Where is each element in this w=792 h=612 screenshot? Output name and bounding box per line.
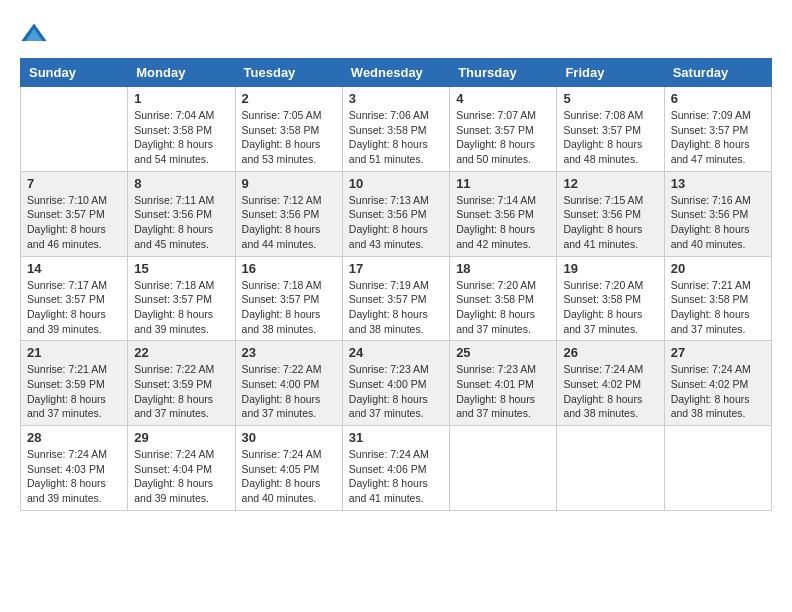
day-number: 19	[563, 261, 657, 276]
calendar-cell: 3Sunrise: 7:06 AMSunset: 3:58 PMDaylight…	[342, 87, 449, 172]
day-number: 27	[671, 345, 765, 360]
day-number: 5	[563, 91, 657, 106]
calendar-header-row: SundayMondayTuesdayWednesdayThursdayFrid…	[21, 59, 772, 87]
logo-icon	[20, 20, 48, 48]
weekday-header: Sunday	[21, 59, 128, 87]
day-info: Sunrise: 7:19 AMSunset: 3:57 PMDaylight:…	[349, 278, 443, 337]
calendar-cell: 7Sunrise: 7:10 AMSunset: 3:57 PMDaylight…	[21, 171, 128, 256]
calendar-cell: 15Sunrise: 7:18 AMSunset: 3:57 PMDayligh…	[128, 256, 235, 341]
calendar-cell: 20Sunrise: 7:21 AMSunset: 3:58 PMDayligh…	[664, 256, 771, 341]
day-number: 20	[671, 261, 765, 276]
day-number: 11	[456, 176, 550, 191]
day-number: 28	[27, 430, 121, 445]
day-info: Sunrise: 7:22 AMSunset: 4:00 PMDaylight:…	[242, 362, 336, 421]
calendar-cell: 4Sunrise: 7:07 AMSunset: 3:57 PMDaylight…	[450, 87, 557, 172]
calendar-cell: 10Sunrise: 7:13 AMSunset: 3:56 PMDayligh…	[342, 171, 449, 256]
weekday-header: Tuesday	[235, 59, 342, 87]
day-number: 4	[456, 91, 550, 106]
calendar-week-row: 1Sunrise: 7:04 AMSunset: 3:58 PMDaylight…	[21, 87, 772, 172]
day-info: Sunrise: 7:23 AMSunset: 4:00 PMDaylight:…	[349, 362, 443, 421]
calendar-cell: 17Sunrise: 7:19 AMSunset: 3:57 PMDayligh…	[342, 256, 449, 341]
day-info: Sunrise: 7:24 AMSunset: 4:02 PMDaylight:…	[671, 362, 765, 421]
day-number: 25	[456, 345, 550, 360]
day-info: Sunrise: 7:24 AMSunset: 4:05 PMDaylight:…	[242, 447, 336, 506]
day-number: 31	[349, 430, 443, 445]
day-number: 13	[671, 176, 765, 191]
calendar-week-row: 14Sunrise: 7:17 AMSunset: 3:57 PMDayligh…	[21, 256, 772, 341]
calendar-cell: 24Sunrise: 7:23 AMSunset: 4:00 PMDayligh…	[342, 341, 449, 426]
day-info: Sunrise: 7:22 AMSunset: 3:59 PMDaylight:…	[134, 362, 228, 421]
day-number: 21	[27, 345, 121, 360]
calendar-cell: 11Sunrise: 7:14 AMSunset: 3:56 PMDayligh…	[450, 171, 557, 256]
calendar-cell: 28Sunrise: 7:24 AMSunset: 4:03 PMDayligh…	[21, 426, 128, 511]
day-number: 14	[27, 261, 121, 276]
day-number: 30	[242, 430, 336, 445]
calendar-cell: 13Sunrise: 7:16 AMSunset: 3:56 PMDayligh…	[664, 171, 771, 256]
calendar-cell: 22Sunrise: 7:22 AMSunset: 3:59 PMDayligh…	[128, 341, 235, 426]
calendar-cell: 21Sunrise: 7:21 AMSunset: 3:59 PMDayligh…	[21, 341, 128, 426]
day-number: 24	[349, 345, 443, 360]
calendar-cell: 1Sunrise: 7:04 AMSunset: 3:58 PMDaylight…	[128, 87, 235, 172]
day-number: 9	[242, 176, 336, 191]
day-info: Sunrise: 7:12 AMSunset: 3:56 PMDaylight:…	[242, 193, 336, 252]
day-number: 16	[242, 261, 336, 276]
calendar-cell: 30Sunrise: 7:24 AMSunset: 4:05 PMDayligh…	[235, 426, 342, 511]
day-number: 3	[349, 91, 443, 106]
day-info: Sunrise: 7:08 AMSunset: 3:57 PMDaylight:…	[563, 108, 657, 167]
day-info: Sunrise: 7:15 AMSunset: 3:56 PMDaylight:…	[563, 193, 657, 252]
day-number: 17	[349, 261, 443, 276]
day-info: Sunrise: 7:23 AMSunset: 4:01 PMDaylight:…	[456, 362, 550, 421]
page-header	[20, 20, 772, 48]
calendar-week-row: 28Sunrise: 7:24 AMSunset: 4:03 PMDayligh…	[21, 426, 772, 511]
day-info: Sunrise: 7:10 AMSunset: 3:57 PMDaylight:…	[27, 193, 121, 252]
calendar-cell: 8Sunrise: 7:11 AMSunset: 3:56 PMDaylight…	[128, 171, 235, 256]
weekday-header: Monday	[128, 59, 235, 87]
calendar-cell: 18Sunrise: 7:20 AMSunset: 3:58 PMDayligh…	[450, 256, 557, 341]
day-info: Sunrise: 7:13 AMSunset: 3:56 PMDaylight:…	[349, 193, 443, 252]
day-info: Sunrise: 7:20 AMSunset: 3:58 PMDaylight:…	[456, 278, 550, 337]
day-info: Sunrise: 7:06 AMSunset: 3:58 PMDaylight:…	[349, 108, 443, 167]
day-info: Sunrise: 7:05 AMSunset: 3:58 PMDaylight:…	[242, 108, 336, 167]
day-info: Sunrise: 7:20 AMSunset: 3:58 PMDaylight:…	[563, 278, 657, 337]
day-info: Sunrise: 7:21 AMSunset: 3:59 PMDaylight:…	[27, 362, 121, 421]
weekday-header: Wednesday	[342, 59, 449, 87]
calendar-cell: 9Sunrise: 7:12 AMSunset: 3:56 PMDaylight…	[235, 171, 342, 256]
calendar-cell	[21, 87, 128, 172]
day-number: 12	[563, 176, 657, 191]
calendar-cell	[557, 426, 664, 511]
day-number: 2	[242, 91, 336, 106]
day-info: Sunrise: 7:21 AMSunset: 3:58 PMDaylight:…	[671, 278, 765, 337]
calendar-cell: 6Sunrise: 7:09 AMSunset: 3:57 PMDaylight…	[664, 87, 771, 172]
weekday-header: Thursday	[450, 59, 557, 87]
day-number: 26	[563, 345, 657, 360]
calendar-cell: 25Sunrise: 7:23 AMSunset: 4:01 PMDayligh…	[450, 341, 557, 426]
calendar-cell: 2Sunrise: 7:05 AMSunset: 3:58 PMDaylight…	[235, 87, 342, 172]
calendar-cell: 31Sunrise: 7:24 AMSunset: 4:06 PMDayligh…	[342, 426, 449, 511]
day-info: Sunrise: 7:07 AMSunset: 3:57 PMDaylight:…	[456, 108, 550, 167]
day-number: 1	[134, 91, 228, 106]
day-info: Sunrise: 7:24 AMSunset: 4:03 PMDaylight:…	[27, 447, 121, 506]
calendar-cell: 19Sunrise: 7:20 AMSunset: 3:58 PMDayligh…	[557, 256, 664, 341]
day-info: Sunrise: 7:24 AMSunset: 4:02 PMDaylight:…	[563, 362, 657, 421]
calendar-cell: 27Sunrise: 7:24 AMSunset: 4:02 PMDayligh…	[664, 341, 771, 426]
day-info: Sunrise: 7:09 AMSunset: 3:57 PMDaylight:…	[671, 108, 765, 167]
calendar-cell: 14Sunrise: 7:17 AMSunset: 3:57 PMDayligh…	[21, 256, 128, 341]
day-info: Sunrise: 7:11 AMSunset: 3:56 PMDaylight:…	[134, 193, 228, 252]
day-number: 22	[134, 345, 228, 360]
calendar-cell	[450, 426, 557, 511]
day-number: 29	[134, 430, 228, 445]
day-number: 15	[134, 261, 228, 276]
day-number: 10	[349, 176, 443, 191]
weekday-header: Friday	[557, 59, 664, 87]
day-number: 8	[134, 176, 228, 191]
day-info: Sunrise: 7:18 AMSunset: 3:57 PMDaylight:…	[242, 278, 336, 337]
calendar-week-row: 7Sunrise: 7:10 AMSunset: 3:57 PMDaylight…	[21, 171, 772, 256]
day-number: 6	[671, 91, 765, 106]
day-info: Sunrise: 7:16 AMSunset: 3:56 PMDaylight:…	[671, 193, 765, 252]
calendar-cell: 12Sunrise: 7:15 AMSunset: 3:56 PMDayligh…	[557, 171, 664, 256]
day-number: 18	[456, 261, 550, 276]
calendar-week-row: 21Sunrise: 7:21 AMSunset: 3:59 PMDayligh…	[21, 341, 772, 426]
calendar-cell: 23Sunrise: 7:22 AMSunset: 4:00 PMDayligh…	[235, 341, 342, 426]
calendar-table: SundayMondayTuesdayWednesdayThursdayFrid…	[20, 58, 772, 511]
calendar-cell: 29Sunrise: 7:24 AMSunset: 4:04 PMDayligh…	[128, 426, 235, 511]
